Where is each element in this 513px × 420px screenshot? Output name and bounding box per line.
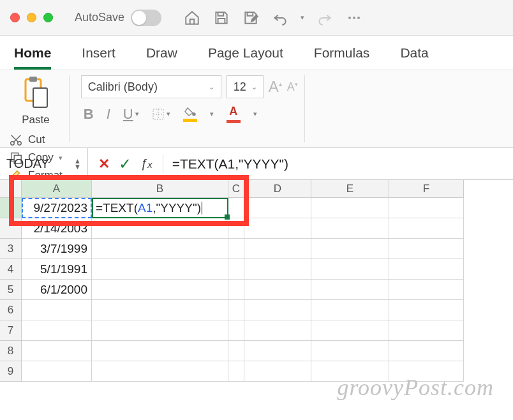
cell-f4[interactable] — [389, 259, 464, 280]
cell-c7[interactable] — [228, 320, 244, 341]
cell-a5[interactable]: 6/1/2000 — [22, 280, 92, 300]
cell-b2[interactable] — [92, 218, 228, 239]
row-header-7[interactable]: 7 — [0, 320, 22, 341]
close-window-icon[interactable] — [10, 13, 20, 22]
cell-a8[interactable] — [22, 341, 92, 361]
cell-f6[interactable] — [389, 300, 464, 320]
row-header-5[interactable]: 5 — [0, 280, 22, 300]
fill-dropdown-icon[interactable]: ▾ — [210, 110, 214, 118]
cancel-formula-button[interactable]: ✕ — [98, 156, 110, 172]
tab-insert[interactable]: Insert — [82, 39, 115, 67]
cell-d6[interactable] — [244, 300, 311, 320]
cell-f5[interactable] — [389, 280, 464, 300]
font-size-select[interactable]: 12 ⌄ — [227, 75, 264, 98]
cell-e6[interactable] — [311, 300, 389, 320]
italic-button[interactable]: I — [107, 106, 110, 123]
cell-d5[interactable] — [244, 280, 311, 300]
cell-f3[interactable] — [389, 239, 464, 259]
increase-font-button[interactable]: A▴ — [269, 78, 282, 96]
accept-formula-button[interactable]: ✓ — [119, 155, 131, 173]
cell-e3[interactable] — [311, 239, 389, 259]
fx-icon[interactable]: ƒx — [140, 156, 152, 171]
cell-f1[interactable] — [389, 198, 464, 218]
cell-c9[interactable] — [228, 361, 244, 382]
tab-formulas[interactable]: Formulas — [314, 39, 370, 67]
cell-b6[interactable] — [92, 300, 228, 320]
cell-a9[interactable] — [22, 361, 92, 382]
row-header-9[interactable]: 9 — [0, 361, 22, 382]
cut-button[interactable]: Cut — [9, 133, 63, 147]
name-box-stepper[interactable]: ▲▼ — [74, 158, 81, 170]
undo-dropdown-icon[interactable]: ▾ — [301, 13, 304, 22]
maximize-window-icon[interactable] — [43, 13, 53, 22]
row-header-2[interactable] — [0, 218, 22, 239]
bold-button[interactable]: B — [84, 106, 94, 123]
cell-c8[interactable] — [228, 341, 244, 361]
cell-b8[interactable] — [92, 341, 228, 361]
cell-c2[interactable] — [228, 218, 244, 239]
cell-f7[interactable] — [389, 320, 464, 341]
cell-e8[interactable] — [311, 341, 389, 361]
column-header-f[interactable]: F — [389, 180, 464, 198]
name-box[interactable]: TODAY ▲▼ — [0, 148, 88, 180]
cell-c4[interactable] — [228, 259, 244, 280]
cell-e1[interactable] — [311, 198, 389, 218]
row-header-4[interactable]: 4 — [0, 259, 22, 280]
cell-b7[interactable] — [92, 320, 228, 341]
cell-a1[interactable]: 9/27/2023 — [22, 198, 92, 218]
save-as-icon[interactable] — [242, 9, 260, 27]
tab-draw[interactable]: Draw — [146, 39, 177, 67]
cell-b4[interactable] — [92, 259, 228, 280]
minimize-window-icon[interactable] — [27, 13, 36, 22]
underline-button[interactable]: U ▾ — [123, 106, 139, 123]
cell-d4[interactable] — [244, 259, 311, 280]
cell-b5[interactable] — [92, 280, 228, 300]
autosave-toggle[interactable] — [131, 10, 161, 26]
tab-page-layout[interactable]: Page Layout — [208, 39, 283, 67]
cell-a6[interactable] — [22, 300, 92, 320]
cell-c1[interactable] — [228, 198, 244, 218]
paste-button[interactable]: Paste — [9, 75, 63, 126]
cell-e2[interactable] — [311, 218, 389, 239]
cell-b9[interactable] — [92, 361, 228, 382]
formula-input[interactable]: =TEXT(A1,"YYYY") — [163, 156, 513, 172]
more-icon[interactable] — [345, 9, 363, 27]
tab-home[interactable]: Home — [14, 39, 51, 70]
row-header-3[interactable]: 3 — [0, 239, 22, 259]
font-color-dropdown-icon[interactable]: ▾ — [253, 110, 257, 118]
undo-icon[interactable] — [271, 9, 289, 27]
cell-f8[interactable] — [389, 341, 464, 361]
cell-f2[interactable] — [389, 218, 464, 239]
borders-button[interactable]: ▾ — [152, 108, 170, 121]
fill-color-button[interactable] — [183, 107, 197, 122]
column-header-b[interactable]: B — [92, 180, 228, 198]
cell-e5[interactable] — [311, 280, 389, 300]
font-name-select[interactable]: Calibri (Body) ⌄ — [81, 75, 221, 98]
column-header-a[interactable]: A — [22, 180, 92, 198]
cell-a7[interactable] — [22, 320, 92, 341]
cell-d3[interactable] — [244, 239, 311, 259]
row-header-8[interactable]: 8 — [0, 341, 22, 361]
cell-d2[interactable] — [244, 218, 311, 239]
cell-c6[interactable] — [228, 300, 244, 320]
cell-a3[interactable]: 3/7/1999 — [22, 239, 92, 259]
home-icon[interactable] — [183, 9, 201, 27]
row-header-6[interactable]: 6 — [0, 300, 22, 320]
cell-d7[interactable] — [244, 320, 311, 341]
row-header-1[interactable] — [0, 198, 22, 218]
decrease-font-button[interactable]: A▾ — [287, 80, 298, 94]
cell-d8[interactable] — [244, 341, 311, 361]
cell-b3[interactable] — [92, 239, 228, 259]
cell-c3[interactable] — [228, 239, 244, 259]
column-header-e[interactable]: E — [311, 180, 389, 198]
tab-data[interactable]: Data — [400, 39, 428, 67]
cell-e7[interactable] — [311, 320, 389, 341]
cell-d9[interactable] — [244, 361, 311, 382]
select-all-corner[interactable] — [0, 180, 22, 198]
column-header-d[interactable]: D — [244, 180, 311, 198]
cell-c5[interactable] — [228, 280, 244, 300]
cell-a4[interactable]: 5/1/1991 — [22, 259, 92, 280]
font-color-button[interactable]: A — [227, 105, 241, 123]
cell-e4[interactable] — [311, 259, 389, 280]
cell-d1[interactable] — [244, 198, 311, 218]
